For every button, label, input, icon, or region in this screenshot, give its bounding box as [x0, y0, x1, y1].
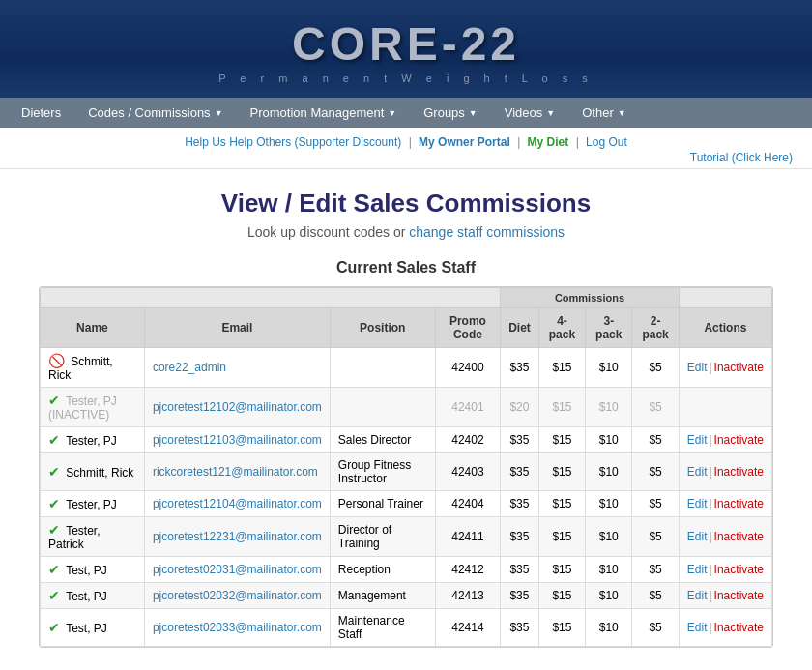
cell-email: pjcoretest02031@mailinator.com	[144, 557, 330, 583]
cell-4pack: $15	[538, 583, 585, 609]
col-promo-code: Promo Code	[435, 308, 500, 348]
col-diet: Diet	[501, 308, 539, 348]
owner-portal-link[interactable]: My Owner Portal	[419, 135, 510, 149]
cell-diet: $35	[501, 348, 539, 388]
cell-name: ✔ Schmitt, Rick	[41, 453, 145, 491]
table-row: ✔ Tester, PJ (INACTIVE) pjcoretest12102@…	[41, 388, 772, 427]
cell-email: core22_admin	[144, 348, 330, 388]
my-diet-link[interactable]: My Diet	[528, 135, 569, 149]
edit-link[interactable]: Edit	[687, 530, 708, 543]
email-link[interactable]: pjcoretest02031@mailinator.com	[153, 563, 322, 576]
nav-dieters[interactable]: Dieters	[8, 98, 74, 128]
email-link[interactable]: pjcoretest12102@mailinator.com	[153, 400, 322, 414]
cell-diet: $35	[501, 427, 539, 453]
email-link[interactable]: rickcoretest121@mailinator.com	[153, 465, 318, 479]
email-link[interactable]: pjcoretest12231@mailinator.com	[153, 530, 322, 543]
cell-4pack: $15	[538, 491, 585, 517]
cell-2pack: $5	[632, 427, 679, 453]
cell-3pack: $10	[586, 453, 632, 491]
main-content: View / Edit Sales Commissions Look up di…	[0, 169, 812, 670]
cell-position	[330, 388, 435, 427]
nav-other[interactable]: Other ▼	[568, 98, 639, 128]
cell-3pack: $10	[586, 609, 632, 647]
nav-bar: Dieters Codes / Commissions ▼ Promotion …	[0, 98, 812, 128]
cell-2pack: $5	[632, 348, 679, 388]
status-icon: ✔	[48, 588, 60, 603]
cell-actions: Edit|Inactivate	[679, 557, 771, 583]
email-link[interactable]: pjcoretest12103@mailinator.com	[153, 433, 322, 447]
nav-promotion-management[interactable]: Promotion Management ▼	[237, 98, 411, 128]
email-link[interactable]: pjcoretest02032@mailinator.com	[153, 589, 322, 602]
table-row: ✔ Tester, PJ pjcoretest12103@mailinator.…	[41, 427, 772, 453]
change-staff-commissions-link[interactable]: change staff commissions	[409, 224, 565, 240]
cell-3pack: $10	[586, 583, 632, 609]
cell-position: Maintenance Staff	[330, 609, 435, 647]
col-email: Email	[144, 308, 330, 348]
logo-subtitle: P e r m a n e n t W e i g h t L o s s	[19, 73, 793, 84]
page-title: View / Edit Sales Commissions	[39, 189, 773, 218]
commissions-group-header: Commissions	[501, 288, 680, 308]
status-icon: 🚫	[48, 353, 65, 368]
cell-position	[330, 348, 435, 388]
inactivate-link[interactable]: Inactivate	[714, 361, 764, 374]
cell-actions: Edit|Inactivate	[679, 491, 771, 517]
cell-name: ✔ Tester, Patrick	[41, 517, 145, 557]
col-name: Name	[41, 308, 145, 348]
cell-actions: Edit|Inactivate	[679, 583, 771, 609]
cell-promo-code: 42400	[435, 348, 500, 388]
status-icon: ✔	[48, 393, 60, 408]
section-title: Current Sales Staff	[39, 259, 773, 277]
cell-name: ✔ Test, PJ	[41, 583, 145, 609]
help-others-link[interactable]: Help Us Help Others (Supporter Discount)	[185, 135, 401, 149]
inactivate-link[interactable]: Inactivate	[714, 563, 764, 576]
cell-3pack: $10	[586, 557, 632, 583]
inactivate-link[interactable]: Inactivate	[714, 621, 764, 634]
inactivate-link[interactable]: Inactivate	[714, 433, 764, 447]
inactivate-link[interactable]: Inactivate	[714, 530, 764, 543]
email-link[interactable]: core22_admin	[153, 361, 226, 374]
cell-diet: $20	[501, 388, 539, 427]
status-icon: ✔	[48, 496, 60, 511]
email-link[interactable]: pjcoretest02033@mailinator.com	[153, 621, 322, 634]
status-icon: ✔	[48, 464, 60, 480]
cell-4pack: $15	[538, 348, 585, 388]
log-out-link[interactable]: Log Out	[586, 135, 627, 149]
cell-promo-code: 42404	[435, 491, 500, 517]
email-link[interactable]: pjcoretest12104@mailinator.com	[153, 497, 322, 510]
status-icon: ✔	[48, 522, 60, 538]
chevron-down-icon: ▼	[618, 108, 626, 118]
cell-3pack: $10	[586, 348, 632, 388]
col-3pack: 3-pack	[586, 308, 632, 348]
cell-promo-code: 42412	[435, 557, 500, 583]
edit-link[interactable]: Edit	[687, 433, 708, 447]
cell-2pack: $5	[632, 557, 679, 583]
edit-link[interactable]: Edit	[687, 621, 708, 634]
inactivate-link[interactable]: Inactivate	[714, 497, 764, 510]
cell-4pack: $15	[538, 427, 585, 453]
cell-promo-code: 42401	[435, 388, 500, 427]
tutorial-link[interactable]: Tutorial (Click Here)	[19, 151, 793, 164]
cell-3pack: $10	[586, 427, 632, 453]
cell-actions: Edit|Inactivate	[679, 427, 771, 453]
inactivate-link[interactable]: Inactivate	[714, 465, 764, 479]
edit-link[interactable]: Edit	[687, 361, 708, 374]
edit-link[interactable]: Edit	[687, 563, 708, 576]
nav-groups[interactable]: Groups ▼	[410, 98, 491, 128]
logo: CORE-22	[19, 17, 793, 71]
cell-diet: $35	[501, 491, 539, 517]
inactivate-link[interactable]: Inactivate	[714, 589, 764, 602]
table-row: ✔ Tester, PJ pjcoretest12104@mailinator.…	[41, 491, 772, 517]
chevron-down-icon: ▼	[215, 108, 223, 118]
sales-staff-table: Commissions Name Email Position Promo Co…	[40, 287, 772, 647]
cell-diet: $35	[501, 557, 539, 583]
col-4pack: 4-pack	[538, 308, 585, 348]
nav-codes-commissions[interactable]: Codes / Commissions ▼	[74, 98, 236, 128]
nav-videos[interactable]: Videos ▼	[491, 98, 568, 128]
cell-4pack: $15	[538, 557, 585, 583]
cell-email: pjcoretest12231@mailinator.com	[144, 517, 330, 557]
cell-3pack: $10	[586, 517, 632, 557]
cell-position: Director of Training	[330, 517, 435, 557]
edit-link[interactable]: Edit	[687, 465, 708, 479]
edit-link[interactable]: Edit	[687, 589, 708, 602]
edit-link[interactable]: Edit	[687, 497, 708, 510]
